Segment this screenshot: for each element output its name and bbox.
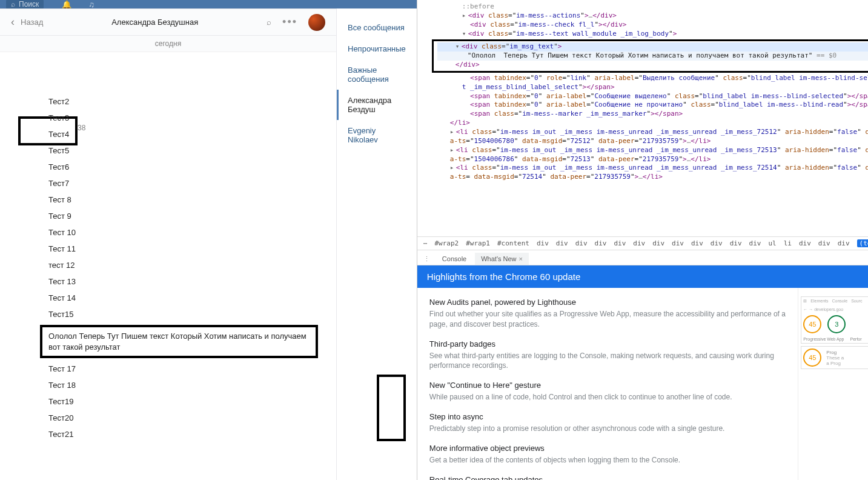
crumb[interactable]: div — [730, 239, 742, 247]
crumb[interactable]: div — [556, 239, 568, 247]
whatsnew-item-desc: Find out whether your site qualifies as … — [429, 309, 786, 330]
whatsnew-item[interactable]: Real-time Coverage tab updatesSee what c… — [429, 475, 786, 480]
search-chat-icon[interactable]: ⌕ — [267, 18, 271, 27]
message-row[interactable]: Тест 14 — [18, 290, 318, 306]
message-row[interactable]: Тест 13 — [18, 273, 318, 290]
highlighted-message[interactable]: Ололол Теперь Тут Пишем текст Который Хо… — [40, 325, 318, 358]
crumb-dots[interactable]: ⋯ — [423, 239, 428, 247]
crumb[interactable]: div — [818, 239, 830, 247]
crumb[interactable]: div — [614, 239, 626, 247]
whatsnew-item[interactable]: More informative object previewsGet a be… — [429, 444, 786, 465]
sidebar-item[interactable]: Важные сообщения — [337, 59, 417, 90]
code-line[interactable]: <span tabindex="0" role="link" aria-labe… — [432, 74, 868, 92]
crumb[interactable]: div — [711, 239, 723, 247]
crumb[interactable]: div — [575, 239, 588, 247]
search-input[interactable]: ⌕ Поиск — [6, 0, 44, 8]
crumb[interactable]: ul — [768, 239, 776, 247]
selected-text-node[interactable]: "Ололол Теперь Тут Пишем текст Который Х… — [437, 52, 868, 61]
message-row[interactable]: Тест 17 — [18, 361, 318, 377]
sidebar-item[interactable]: Evgeniy Nikolaev — [337, 120, 417, 150]
whatsnew-item-desc: Get a better idea of the contents of obj… — [429, 455, 786, 465]
crumb[interactable]: div — [537, 239, 549, 247]
close-icon[interactable]: × — [519, 255, 523, 262]
whatsnew-item[interactable]: Step into asyncPredictably step into a p… — [429, 412, 786, 434]
score-circle: 45 — [803, 315, 821, 333]
search-icon: ⌕ — [11, 0, 15, 8]
bell-icon[interactable]: 🔔 — [62, 0, 71, 8]
crumb[interactable]: #wrap1 — [466, 239, 490, 247]
message-row[interactable]: Тест 8 — [18, 192, 318, 208]
whatsnew-item[interactable]: Third-party badgesSee what third-party e… — [429, 339, 786, 372]
score-circle: 3 — [827, 315, 846, 333]
crumb[interactable]: div — [595, 239, 607, 247]
drawer-menu-icon[interactable]: ⋮ — [423, 255, 430, 263]
search-placeholder: Поиск — [19, 0, 39, 8]
message-row[interactable]: Тест 10 — [18, 224, 318, 241]
tab-whatsnew[interactable]: What's New× — [475, 253, 529, 265]
elements-code[interactable]: ::before ▸<div class="im-mess--actions">… — [417, 0, 868, 236]
whatsnew-item[interactable]: New Audits panel, powered by LighthouseF… — [429, 298, 786, 330]
chat-header: ‹ Назад Александра Бездушная ⌕ ••• — [0, 9, 336, 36]
crumb[interactable]: div — [652, 239, 664, 247]
message-list[interactable]: 38 Тест2Тест3Тест4Тест5Тест6Тест7Тест 8Т… — [0, 52, 336, 480]
code-line[interactable]: ▾<div class="im-mess--text wall_module _… — [432, 30, 868, 39]
message-row[interactable]: Тест3 — [18, 110, 318, 126]
message-row[interactable]: Тест19 — [18, 393, 318, 410]
redacted-box — [377, 375, 406, 441]
code-line[interactable]: ▸<li class="im-mess im_out _im_mess im-m… — [432, 146, 868, 164]
message-row[interactable]: Тест7 — [18, 175, 318, 192]
tab-console[interactable]: Console — [436, 253, 472, 265]
whatsnew-item-title: Third-party badges — [429, 339, 786, 348]
crumb[interactable]: div — [633, 239, 645, 247]
crumb-selected[interactable]: (text) — [857, 239, 868, 247]
message-row[interactable]: Тест21 — [18, 426, 318, 442]
drawer-tabs: ⋮ Console What's New× — [417, 250, 868, 265]
message-row[interactable]: Тест20 — [18, 410, 318, 426]
close-li: </li> — [432, 119, 868, 128]
crumb[interactable]: div — [749, 239, 761, 247]
code-line[interactable]: <span class="im-mess--marker _im_mess_ma… — [432, 110, 868, 119]
code-line[interactable]: <div class="im-mess--check fl_l"></div> — [432, 21, 868, 30]
code-line[interactable]: ▸<li class="im-mess im_out _im_mess im-m… — [432, 128, 868, 146]
sidebar-item[interactable]: Непрочитанные — [337, 38, 417, 59]
whatsnew-item[interactable]: New "Continue to Here" gestureWhile paus… — [429, 381, 786, 402]
message-row[interactable]: Тест 9 — [18, 208, 318, 224]
devtools-panel: ::before ▸<div class="im-mess--actions">… — [417, 0, 868, 480]
chat-title: Александра Бездушная — [43, 18, 267, 27]
message-row[interactable]: Тест4 — [18, 126, 318, 142]
whatsnew-item-desc: See what third-party entities are loggin… — [429, 351, 786, 372]
breadcrumb[interactable]: ⋯ #wrap2#wrap1#contentdivdivdivdivdivdiv… — [417, 236, 868, 250]
crumb[interactable]: div — [672, 239, 684, 247]
message-row[interactable]: Тест2 — [18, 93, 318, 110]
crumb[interactable]: #content — [497, 239, 529, 247]
code-line[interactable]: <span tabindex="0" aria-label="Сообщение… — [432, 92, 868, 101]
crumb[interactable]: div — [838, 239, 850, 247]
message-row[interactable]: Тест 11 — [18, 241, 318, 257]
crumb[interactable]: div — [691, 239, 703, 247]
selected-inner-div[interactable]: ▾<div class="im_msg_text"> — [437, 42, 868, 52]
whatsnew-thumbnail: ⊞ElementsConsoleSourc ← → developers.goo… — [798, 288, 868, 480]
back-arrow-icon[interactable]: ‹ — [11, 16, 15, 28]
message-row[interactable]: Тест5 — [18, 142, 318, 159]
message-row[interactable]: Тест 18 — [18, 377, 318, 393]
whatsnew-header: Highlights from the Chrome 60 update — [417, 265, 868, 288]
code-line[interactable]: ▸<div class="im-mess--actions">…</div> — [432, 12, 868, 21]
crumb[interactable]: div — [799, 239, 811, 247]
code-line[interactable]: ▸<li class="im-mess im_out _im_mess im-m… — [432, 164, 868, 182]
crumb[interactable]: li — [784, 239, 792, 247]
avatar[interactable] — [308, 14, 325, 31]
whatsnew-item-desc: Predictably step into a promise resoluti… — [429, 424, 786, 434]
sidebar-item[interactable]: Все сообщения — [337, 17, 417, 38]
more-icon[interactable]: ••• — [282, 16, 297, 28]
crumb[interactable]: #wrap2 — [434, 239, 459, 247]
whatsnew-list[interactable]: New Audits panel, powered by LighthouseF… — [417, 288, 798, 480]
selected-node-box: ▾<div class="im_msg_text"> "Ололол Тепер… — [432, 39, 868, 73]
message-row[interactable]: тест 12 — [18, 257, 318, 273]
message-row[interactable]: Тест15 — [18, 306, 318, 322]
sidebar-item[interactable]: Александра Бездуш — [337, 90, 417, 120]
whatsnew-panel: Highlights from the Chrome 60 update New… — [417, 265, 868, 480]
code-line[interactable]: <span tabindex="0" aria-label="Сообщение… — [432, 101, 868, 110]
message-row[interactable]: Тест6 — [18, 159, 318, 175]
music-icon[interactable]: ♫ — [88, 0, 94, 8]
back-label[interactable]: Назад — [21, 18, 43, 27]
